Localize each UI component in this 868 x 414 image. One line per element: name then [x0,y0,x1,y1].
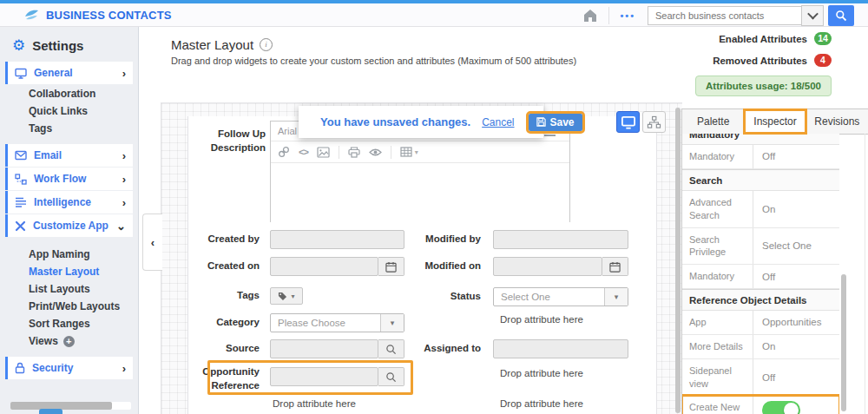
tab-revisions[interactable]: Revisions [806,109,868,134]
tools-icon [15,220,26,232]
panel-edge-line [865,134,865,414]
info-icon[interactable]: i [260,38,273,51]
field-label: Tags [161,290,260,300]
page-title: Master Layout i [171,37,273,52]
inspector-body: Mandatory Mandatory Off Search Advanced … [682,134,839,414]
drop-zone[interactable]: Drop attribute here [500,314,583,325]
panel-vertical-scrollbar[interactable] [841,274,846,411]
sidebar-item-security[interactable]: Security › [5,357,133,379]
gear-icon: ⚙ [12,38,25,53]
desktop-view-button[interactable] [616,111,640,133]
sidebar-item-email[interactable]: Email › [5,144,133,167]
created-on-field[interactable] [270,257,378,276]
table-icon[interactable]: ▾ [400,147,418,157]
plus-circle-icon[interactable]: + [63,336,75,347]
sidebar-item-tags[interactable]: Tags [0,120,138,137]
sidebar-item-general[interactable]: General › [5,62,133,84]
chevron-right-icon: › [122,67,126,80]
sidebar-item-sort-ranges[interactable]: Sort Ranges [0,315,138,332]
enabled-attributes-badge: 14 [814,32,832,45]
sitemap-view-button[interactable] [642,111,666,133]
search-scope-dropdown[interactable] [801,5,824,26]
attributes-usage-box: Attributes usage: 18/500 [695,76,832,96]
search-button[interactable] [828,5,854,26]
code-icon[interactable]: <> [299,147,308,157]
chevron-down-icon: ▾ [291,292,294,300]
sidebar-item-work-flow[interactable]: Work Flow › [5,168,133,190]
field-label: Assigned to [383,343,481,353]
intelligence-icon [15,197,27,207]
modified-by-field[interactable] [493,230,628,249]
source-field[interactable] [270,339,378,358]
modified-on-field[interactable] [493,257,602,276]
search-group [648,5,854,26]
save-button[interactable]: Save [529,114,582,131]
main-content: Master Layout i Drag and drop widgets to… [140,27,868,414]
field-label: Created by [161,233,260,244]
layout-canvas: ‹ Follow Up Description Arial ▾ ▾ [161,102,682,414]
category-select[interactable]: Please Choose ▾ [270,313,404,332]
canvas-vertical-scrollbar[interactable] [675,108,681,413]
inspector-row-create-new: Create New [682,396,839,414]
more-menu-icon[interactable]: ••• [620,10,635,21]
drop-zone[interactable]: Drop attribute here [500,398,583,409]
field-label: Category [161,317,260,327]
settings-title: Settings [32,38,83,53]
collapse-panel-handle[interactable]: ‹ [142,214,162,271]
calendar-icon[interactable] [602,257,628,276]
search-lookup-icon[interactable] [378,367,404,386]
inspector-row: Search Privilege Select One [682,228,839,266]
section-header: Search [682,169,839,191]
home-icon[interactable] [582,8,598,23]
create-new-toggle-on[interactable] [762,401,800,414]
settings-header: ⚙ Settings [0,27,138,61]
sidebar-item-customize-app[interactable]: Customize App ⌄ [5,214,133,237]
inspector-row: Mandatory Off [682,145,839,169]
sidebar-item-list-layouts[interactable]: List Layouts [0,280,138,298]
assigned-to-field[interactable] [493,339,628,358]
tags-button[interactable]: ▾ [270,287,303,305]
removed-attributes-label: Removed Attributes [713,56,807,66]
status-select[interactable]: Select One ▾ [493,287,628,306]
editor-content-area[interactable] [271,163,569,222]
chevron-right-icon: › [122,362,126,375]
sidebar-item-quick-links[interactable]: Quick Links [0,102,138,120]
inspector-row: Mandatory Off [682,265,839,289]
lock-icon [15,362,25,374]
inspector-row: Advanced Search On [682,191,839,228]
annotation-save-highlight: Save [526,111,585,134]
unsaved-message: You have unsaved changes. [320,115,470,128]
sidebar-item-collaboration[interactable]: Collaboration [0,85,138,102]
brand-logo-icon [24,9,40,21]
chevron-down-icon: ⌄ [116,220,126,233]
editor-toolbar-row2: <> ▾ [271,141,569,163]
image-icon[interactable] [317,147,330,158]
chevron-down-icon: ▾ [415,148,418,156]
link-icon[interactable] [278,146,290,158]
tab-inspector[interactable]: Inspector [744,109,806,134]
page-subtitle: Drag and drop widgets to create your cus… [171,56,576,66]
sidebar-item-app-naming[interactable]: App Naming [0,246,138,263]
sidebar-item-master-layout[interactable]: Master Layout [0,263,138,280]
sidebar-horizontal-scrollbar[interactable] [10,402,131,410]
brand[interactable]: BUSINESS CONTACTS [24,9,172,22]
sidebar-item-print-web-layouts[interactable]: Print/Web Layouts [0,298,138,315]
print-icon[interactable] [348,147,360,158]
chevron-down-icon [807,9,819,20]
inspector-panel: Palette Inspector Revisions Mandatory Ma… [681,108,868,414]
canvas-view-switch [616,111,666,133]
drop-zone[interactable]: Drop attribute here [500,368,583,378]
cancel-link[interactable]: Cancel [482,116,514,128]
topbar-right: ••• [582,3,854,27]
opportunity-reference-field[interactable] [270,367,378,386]
envelope-icon [15,150,27,161]
enabled-attributes-label: Enabled Attributes [719,34,807,44]
search-input[interactable] [648,6,801,25]
font-family-dropdown[interactable]: Arial [278,126,297,136]
sidebar-item-intelligence[interactable]: Intelligence › [5,191,133,214]
sidebar-item-views[interactable]: Views + [0,332,138,350]
preview-eye-icon[interactable] [369,148,382,157]
drop-zone[interactable]: Drop attribute here [273,398,356,409]
toolbar-divider [391,146,391,159]
tab-palette[interactable]: Palette [682,109,744,134]
